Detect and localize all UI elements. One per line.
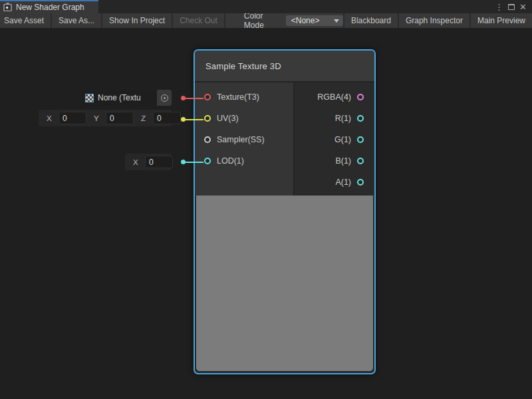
output-port-a: A(1) [295, 172, 374, 193]
save-asset-button[interactable]: Save Asset [0, 13, 52, 28]
maximize-icon[interactable] [508, 4, 515, 10]
uv-y-label: Y [92, 114, 106, 122]
color-mode-selected-value: <None> [291, 16, 320, 25]
node-sample-texture-3d[interactable]: Sample Texture 3D Texture(T3) UV(3) Samp… [194, 49, 376, 374]
lod-x-label: X [131, 158, 145, 166]
lod-connector-wire [185, 162, 203, 163]
input-port-texture: Texture(T3) [195, 86, 293, 108]
close-icon[interactable]: ✕ [519, 3, 527, 11]
shader-graph-icon [3, 3, 12, 11]
uv-x-label: X [45, 114, 59, 122]
color-mode-dropdown[interactable]: <None> [286, 15, 343, 26]
port-ring-g[interactable] [357, 136, 364, 143]
port-ring-rgba[interactable] [357, 94, 364, 100]
texture-object-field[interactable]: None (Textu [82, 90, 172, 106]
node-title: Sample Texture 3D [205, 61, 281, 71]
port-ring-b[interactable] [357, 158, 364, 164]
lod-float-field: X [125, 154, 172, 170]
port-label-sampler: Sampler(SS) [217, 135, 265, 144]
port-label-lod: LOD(1) [217, 156, 244, 166]
node-body: Texture(T3) UV(3) Sampler(SS) LOD(1) RGB… [195, 82, 374, 196]
check-out-button: Check Out [173, 13, 225, 28]
node-header[interactable]: Sample Texture 3D [195, 51, 374, 82]
port-ring-sampler[interactable] [204, 136, 211, 143]
output-ports-column: RGBA(4) R(1) G(1) B(1) A(1) [295, 82, 374, 196]
port-label-uv: UV(3) [217, 114, 239, 123]
port-label-r: R(1) [335, 114, 351, 123]
port-label-g: G(1) [334, 135, 351, 144]
uv-z-label: Z [139, 114, 153, 122]
texture-checker-icon [85, 94, 94, 102]
port-label-b: B(1) [335, 156, 351, 166]
object-picker-button[interactable] [157, 90, 172, 106]
tab-title: New Shader Graph [16, 2, 84, 12]
tab-bar: New Shader Graph ⋮ ✕ [0, 0, 532, 13]
port-label-texture: Texture(T3) [217, 92, 259, 102]
main-preview-toggle-button[interactable]: Main Preview [469, 13, 532, 28]
lod-x-input[interactable] [145, 156, 173, 168]
toolbar-right-group: Blackboard Graph Inspector Main Preview [343, 13, 532, 28]
node-preview [196, 196, 373, 371]
save-as-button[interactable]: Save As... [52, 13, 102, 28]
port-ring-uv[interactable] [204, 115, 211, 122]
tab-new-shader-graph[interactable]: New Shader Graph [0, 0, 98, 13]
port-ring-texture[interactable] [204, 94, 211, 100]
output-port-rgba: RGBA(4) [295, 86, 374, 108]
uv-connector-wire [185, 119, 203, 120]
input-port-uv: UV(3) [195, 108, 293, 129]
port-ring-a[interactable] [357, 179, 364, 186]
color-mode-label: Color Mode [244, 11, 280, 30]
port-ring-r[interactable] [357, 115, 364, 122]
input-ports-column: Texture(T3) UV(3) Sampler(SS) LOD(1) [195, 82, 295, 196]
show-in-project-button[interactable]: Show In Project [102, 13, 173, 28]
tab-active-accent [0, 0, 98, 1]
graph-inspector-toggle-button[interactable]: Graph Inspector [398, 13, 469, 28]
uv-x-input[interactable] [59, 112, 86, 124]
uv-y-input[interactable] [106, 112, 134, 124]
more-menu-icon[interactable]: ⋮ [495, 3, 503, 11]
shader-graph-toolbar: Save Asset Save As... Show In Project Ch… [0, 13, 532, 28]
input-port-sampler: Sampler(SS) [195, 129, 293, 150]
input-port-lod: LOD(1) [195, 150, 293, 172]
port-ring-lod[interactable] [204, 158, 211, 164]
window-controls: ⋮ ✕ [495, 0, 532, 13]
uv-z-input[interactable] [153, 112, 181, 124]
output-port-r: R(1) [295, 108, 374, 129]
uv-vector3-field: X Y Z [39, 110, 172, 126]
port-label-a: A(1) [335, 178, 351, 187]
output-port-g: G(1) [295, 129, 374, 150]
blackboard-toggle-button[interactable]: Blackboard [343, 13, 398, 28]
color-mode-group: Color Mode <None> [244, 13, 343, 28]
graph-canvas[interactable]: Sample Texture 3D Texture(T3) UV(3) Samp… [0, 28, 532, 399]
object-picker-icon [161, 94, 168, 102]
output-port-b: B(1) [295, 150, 374, 172]
chevron-down-icon [334, 19, 339, 23]
texture-connector-wire [185, 98, 203, 99]
port-label-rgba: RGBA(4) [317, 92, 351, 102]
texture-field-value: None (Textu [98, 93, 153, 102]
